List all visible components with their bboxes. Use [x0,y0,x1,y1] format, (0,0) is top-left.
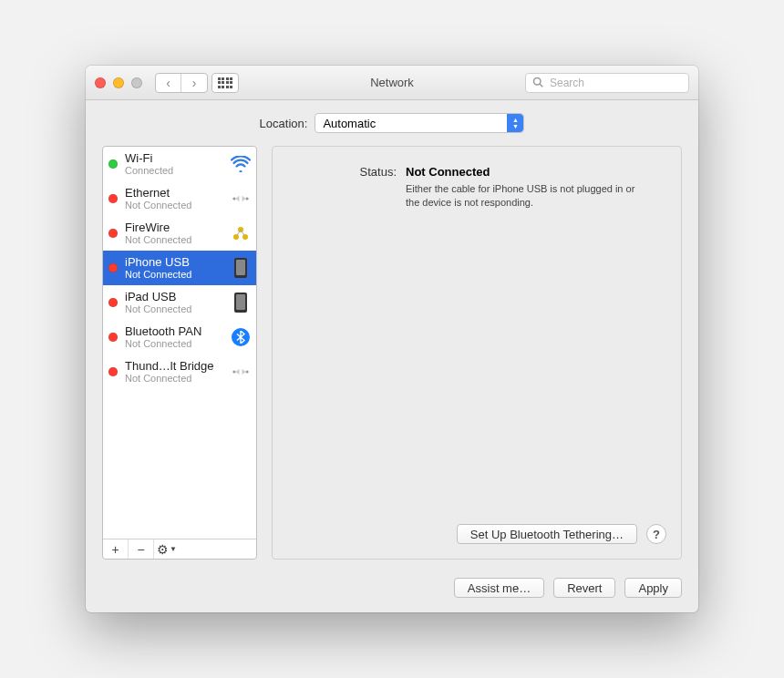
traffic-lights [95,77,142,88]
svg-point-3 [246,197,249,200]
grid-icon [218,77,233,88]
interface-status: Not Connected [125,303,223,314]
svg-point-9 [232,370,235,373]
location-select[interactable]: Automatic ▲ ▼ [315,113,524,133]
interface-name: Wi-Fi [125,152,223,165]
svg-point-10 [246,370,249,373]
interface-text: FireWireNot Connected [125,221,223,245]
bottom-buttons: Assist me… Revert Apply [102,578,682,598]
interface-name: iPhone USB [125,256,223,269]
interface-item[interactable]: FireWireNot Connected [103,216,256,251]
interface-status: Not Connected [125,234,223,245]
detail-footer: Set Up Bluetooth Tethering… ? [287,524,666,544]
remove-interface-button[interactable]: − [129,539,154,559]
setup-bluetooth-button[interactable]: Set Up Bluetooth Tethering… [457,524,637,544]
revert-button[interactable]: Revert [553,578,615,598]
interface-status: Not Connected [125,269,223,280]
show-all-button[interactable] [211,73,239,93]
window-title: Network [370,76,414,89]
gear-icon: ⚙︎ [157,542,169,557]
interface-item[interactable]: Wi-FiConnected [103,147,256,181]
add-interface-button[interactable]: + [103,539,129,559]
interface-name: FireWire [125,221,223,234]
status-dot-icon [108,159,118,169]
interface-item[interactable]: EthernetNot Connected [103,181,256,216]
interface-list: Wi-FiConnectedEthernetNot ConnectedFireW… [103,147,256,539]
search-input[interactable] [525,73,689,93]
svg-line-1 [540,84,542,87]
svg-point-0 [534,77,542,85]
status-label: Status: [287,165,397,210]
interface-name: iPad USB [125,291,223,303]
minimize-button[interactable] [113,77,124,88]
action-interface-button[interactable]: ⚙︎▼ [154,539,180,559]
nav-back-forward: ‹ › [155,73,208,93]
select-arrows-icon: ▲ ▼ [507,114,523,132]
phone-icon [231,293,251,313]
interface-status: Not Connected [125,200,223,211]
toolbar-nav: ‹ › [155,73,239,93]
forward-button[interactable]: › [181,74,207,92]
status-dot-icon [108,333,118,342]
chevron-down-icon: ▼ [170,545,177,553]
search-icon [532,77,543,90]
status-dot-icon [108,194,118,203]
wifi-icon [231,154,251,174]
chevron-left-icon: ‹ [166,76,170,90]
location-row: Location: Automatic ▲ ▼ [102,113,682,133]
status-dot-icon [108,367,118,376]
help-button[interactable]: ? [646,524,666,544]
interface-text: EthernetNot Connected [125,187,223,211]
interface-text: Bluetooth PANNot Connected [125,325,223,349]
location-value: Automatic [323,117,376,130]
interface-name: Thund…lt Bridge [125,360,223,373]
zoom-button[interactable] [131,77,142,88]
detail-panel: Status: Not Connected Either the cable f… [272,146,682,560]
interface-item[interactable]: iPhone USBNot Connected [103,251,256,285]
svg-point-2 [232,197,235,200]
search-wrap [525,73,689,93]
interface-name: Ethernet [125,187,223,200]
ethernet-icon [231,362,251,382]
bluetooth-icon [231,327,251,347]
status-dot-icon [108,298,118,307]
interface-name: Bluetooth PAN [125,325,223,338]
firewire-icon [231,223,251,243]
status-dot-icon [108,263,118,272]
interface-text: Thund…lt BridgeNot Connected [125,360,223,384]
chevron-right-icon: › [192,76,197,90]
apply-button[interactable]: Apply [624,578,682,598]
interface-status: Not Connected [125,373,223,384]
interface-text: iPad USBNot Connected [125,291,223,314]
interface-status: Connected [125,165,223,176]
status-value: Not Connected [406,165,643,179]
location-label: Location: [260,117,308,130]
status-dot-icon [108,229,118,238]
status-message: Either the cable for iPhone USB is not p… [406,182,643,210]
network-preferences-window: ‹ › Network Location: [86,66,698,612]
interface-text: iPhone USBNot Connected [125,256,223,280]
assist-me-button[interactable]: Assist me… [454,578,544,598]
interface-text: Wi-FiConnected [125,152,223,176]
ethernet-icon [231,189,251,209]
back-button[interactable]: ‹ [156,74,181,92]
phone-icon [231,258,251,278]
content-area: Location: Automatic ▲ ▼ Wi-FiConnectedEt… [86,100,698,612]
status-row: Status: Not Connected Either the cable f… [287,165,666,210]
interface-status: Not Connected [125,338,223,349]
close-button[interactable] [95,77,106,88]
sidebar-footer: + − ⚙︎▼ [103,539,256,559]
interface-item[interactable]: Bluetooth PANNot Connected [103,320,256,354]
titlebar: ‹ › Network [86,66,698,100]
interface-item[interactable]: iPad USBNot Connected [103,285,256,320]
interface-sidebar: Wi-FiConnectedEthernetNot ConnectedFireW… [102,146,257,560]
body-row: Wi-FiConnectedEthernetNot ConnectedFireW… [102,146,682,560]
interface-item[interactable]: Thund…lt BridgeNot Connected [103,354,256,389]
